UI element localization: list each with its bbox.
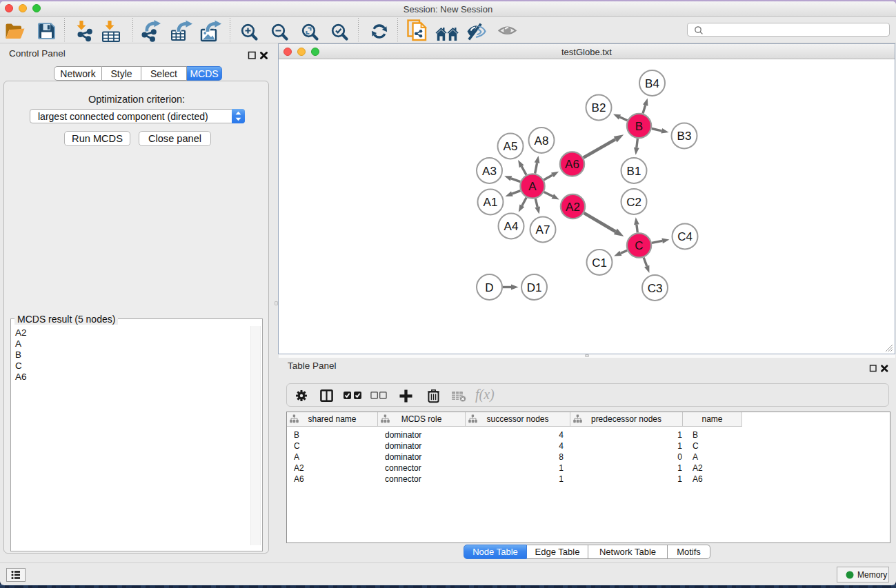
svg-text:C4: C4	[677, 230, 693, 243]
svg-text:B: B	[635, 120, 643, 133]
svg-text:D1: D1	[527, 281, 542, 294]
svg-text:C: C	[635, 239, 643, 252]
svg-text:C3: C3	[648, 282, 663, 295]
svg-text:B3: B3	[677, 130, 692, 143]
svg-text:A8: A8	[535, 134, 549, 148]
svg-text:A5: A5	[504, 140, 518, 153]
svg-text:A3: A3	[482, 165, 497, 178]
svg-text:B1: B1	[627, 165, 641, 178]
svg-text:C2: C2	[626, 196, 641, 209]
svg-text:A1: A1	[484, 196, 498, 209]
svg-text:A: A	[528, 180, 537, 193]
svg-text:C1: C1	[592, 256, 607, 270]
svg-text:A2: A2	[566, 201, 580, 214]
svg-text:D: D	[485, 281, 493, 294]
svg-text:B4: B4	[645, 77, 659, 90]
svg-text:A7: A7	[536, 223, 550, 236]
svg-text:B2: B2	[592, 101, 606, 114]
svg-text:A4: A4	[504, 220, 519, 233]
svg-text:A6: A6	[565, 158, 579, 171]
